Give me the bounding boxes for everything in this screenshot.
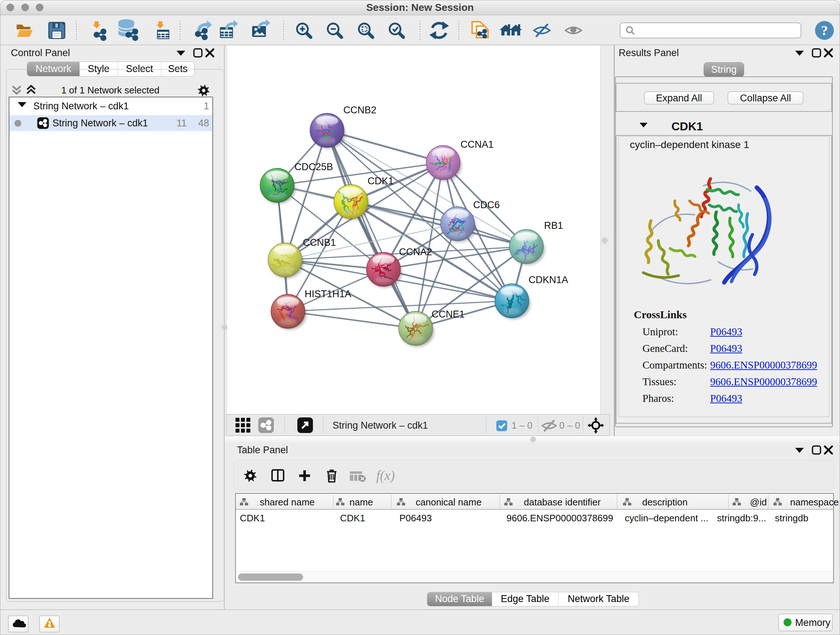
svg-text:CCNB1: CCNB1 [303, 237, 336, 248]
svg-text:CCNE1: CCNE1 [431, 309, 465, 320]
svg-text:?: ? [821, 23, 828, 38]
svg-text:CDKN1A: CDKN1A [529, 274, 568, 285]
svg-text:CCNA1: CCNA1 [461, 139, 494, 150]
svg-text:HIST1H1A: HIST1H1A [305, 288, 351, 299]
svg-text:RB1: RB1 [544, 220, 563, 231]
svg-text:CCNB2: CCNB2 [343, 105, 377, 116]
svg-text:CDK1: CDK1 [368, 176, 393, 187]
svg-text:CDC6: CDC6 [473, 200, 500, 211]
svg-text:CDC25B: CDC25B [294, 162, 333, 172]
svg-text:CCNA2: CCNA2 [399, 247, 432, 257]
